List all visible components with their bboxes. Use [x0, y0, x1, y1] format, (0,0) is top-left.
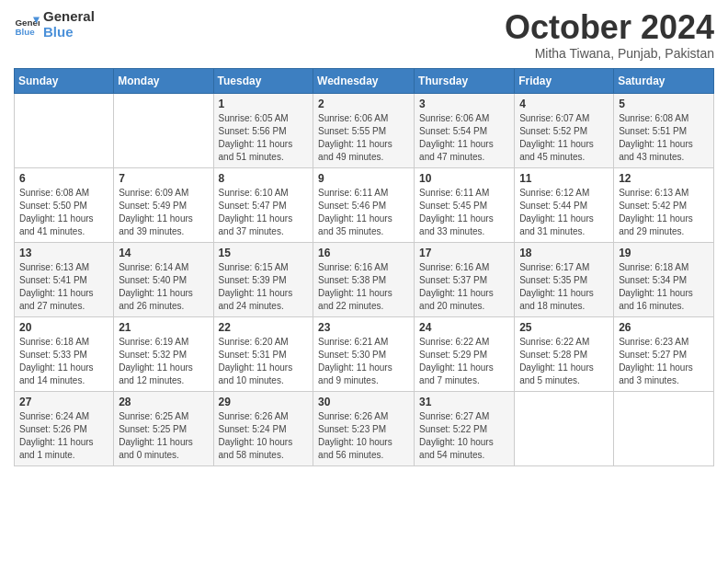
day-number: 7 [119, 172, 208, 185]
logo-general: General [43, 9, 95, 25]
calendar-cell: 26Sunrise: 6:23 AM Sunset: 5:27 PM Dayli… [614, 316, 714, 391]
calendar-week-1: 1Sunrise: 6:05 AM Sunset: 5:56 PM Daylig… [15, 93, 714, 167]
calendar-cell: 31Sunrise: 6:27 AM Sunset: 5:22 PM Dayli… [415, 391, 515, 465]
calendar-cell: 20Sunrise: 6:18 AM Sunset: 5:33 PM Dayli… [15, 316, 114, 391]
day-info: Sunrise: 6:22 AM Sunset: 5:28 PM Dayligh… [519, 336, 609, 387]
day-number: 2 [318, 98, 409, 110]
calendar-week-2: 6Sunrise: 6:08 AM Sunset: 5:50 PM Daylig… [15, 167, 714, 242]
logo-blue: Blue [43, 25, 95, 40]
day-number: 13 [19, 247, 108, 259]
calendar-cell [15, 93, 114, 167]
day-info: Sunrise: 6:20 AM Sunset: 5:31 PM Dayligh… [219, 336, 309, 387]
calendar-cell: 9Sunrise: 6:11 AM Sunset: 5:46 PM Daylig… [313, 167, 415, 242]
calendar-cell: 29Sunrise: 6:26 AM Sunset: 5:24 PM Dayli… [213, 391, 313, 465]
calendar-table: SundayMondayTuesdayWednesdayThursdayFrid… [14, 68, 714, 466]
header-tuesday: Tuesday [213, 68, 313, 93]
day-info: Sunrise: 6:25 AM Sunset: 5:25 PM Dayligh… [119, 410, 208, 462]
calendar-cell: 12Sunrise: 6:13 AM Sunset: 5:42 PM Dayli… [614, 167, 714, 242]
day-number: 29 [219, 396, 309, 408]
day-info: Sunrise: 6:06 AM Sunset: 5:55 PM Dayligh… [318, 112, 409, 164]
calendar-cell: 1Sunrise: 6:05 AM Sunset: 5:56 PM Daylig… [213, 93, 313, 167]
calendar-cell: 7Sunrise: 6:09 AM Sunset: 5:49 PM Daylig… [114, 167, 213, 242]
header-friday: Friday [515, 68, 614, 93]
day-info: Sunrise: 6:18 AM Sunset: 5:34 PM Dayligh… [619, 261, 709, 313]
day-number: 20 [19, 321, 108, 334]
day-info: Sunrise: 6:15 AM Sunset: 5:39 PM Dayligh… [219, 261, 309, 313]
calendar-cell: 4Sunrise: 6:07 AM Sunset: 5:52 PM Daylig… [515, 93, 614, 167]
calendar-cell [114, 93, 213, 167]
header-wednesday: Wednesday [313, 68, 415, 93]
day-number: 1 [219, 98, 309, 110]
day-info: Sunrise: 6:21 AM Sunset: 5:30 PM Dayligh… [318, 336, 409, 387]
day-info: Sunrise: 6:12 AM Sunset: 5:44 PM Dayligh… [519, 187, 609, 238]
calendar-cell: 11Sunrise: 6:12 AM Sunset: 5:44 PM Dayli… [515, 167, 614, 242]
calendar-cell: 2Sunrise: 6:06 AM Sunset: 5:55 PM Daylig… [313, 93, 415, 167]
calendar-cell: 25Sunrise: 6:22 AM Sunset: 5:28 PM Dayli… [515, 316, 614, 391]
day-info: Sunrise: 6:06 AM Sunset: 5:54 PM Dayligh… [419, 112, 509, 164]
day-number: 3 [419, 98, 509, 110]
day-info: Sunrise: 6:08 AM Sunset: 5:50 PM Dayligh… [19, 187, 108, 238]
month-title: October 2024 [505, 9, 714, 46]
day-number: 26 [619, 321, 709, 334]
calendar-cell: 28Sunrise: 6:25 AM Sunset: 5:25 PM Dayli… [114, 391, 213, 465]
day-info: Sunrise: 6:07 AM Sunset: 5:52 PM Dayligh… [519, 112, 609, 164]
calendar-cell: 16Sunrise: 6:16 AM Sunset: 5:38 PM Dayli… [313, 242, 415, 316]
logo-icon: General Blue [14, 12, 40, 38]
day-info: Sunrise: 6:24 AM Sunset: 5:26 PM Dayligh… [19, 410, 108, 462]
day-number: 28 [119, 396, 208, 408]
calendar-week-5: 27Sunrise: 6:24 AM Sunset: 5:26 PM Dayli… [15, 391, 714, 465]
calendar-cell: 6Sunrise: 6:08 AM Sunset: 5:50 PM Daylig… [15, 167, 114, 242]
calendar-cell: 17Sunrise: 6:16 AM Sunset: 5:37 PM Dayli… [415, 242, 515, 316]
calendar-header-row: SundayMondayTuesdayWednesdayThursdayFrid… [15, 68, 714, 93]
calendar-cell: 15Sunrise: 6:15 AM Sunset: 5:39 PM Dayli… [213, 242, 313, 316]
calendar-cell: 27Sunrise: 6:24 AM Sunset: 5:26 PM Dayli… [15, 391, 114, 465]
day-number: 27 [19, 396, 108, 408]
day-info: Sunrise: 6:23 AM Sunset: 5:27 PM Dayligh… [619, 336, 709, 387]
calendar-cell: 21Sunrise: 6:19 AM Sunset: 5:32 PM Dayli… [114, 316, 213, 391]
calendar-cell: 3Sunrise: 6:06 AM Sunset: 5:54 PM Daylig… [415, 93, 515, 167]
calendar-cell: 23Sunrise: 6:21 AM Sunset: 5:30 PM Dayli… [313, 316, 415, 391]
day-number: 8 [219, 172, 309, 185]
day-number: 4 [519, 98, 609, 110]
day-info: Sunrise: 6:08 AM Sunset: 5:51 PM Dayligh… [619, 112, 709, 164]
day-info: Sunrise: 6:22 AM Sunset: 5:29 PM Dayligh… [419, 336, 509, 387]
calendar-cell: 19Sunrise: 6:18 AM Sunset: 5:34 PM Dayli… [614, 242, 714, 316]
header-monday: Monday [114, 68, 213, 93]
header-thursday: Thursday [415, 68, 515, 93]
calendar-cell: 13Sunrise: 6:13 AM Sunset: 5:41 PM Dayli… [15, 242, 114, 316]
calendar-cell: 18Sunrise: 6:17 AM Sunset: 5:35 PM Dayli… [515, 242, 614, 316]
day-number: 23 [318, 321, 409, 334]
day-info: Sunrise: 6:19 AM Sunset: 5:32 PM Dayligh… [119, 336, 208, 387]
day-number: 16 [318, 247, 409, 259]
title-block: October 2024 Mitha Tiwana, Punjab, Pakis… [505, 9, 714, 61]
day-number: 5 [619, 98, 709, 110]
calendar-cell [515, 391, 614, 465]
day-number: 9 [318, 172, 409, 185]
day-info: Sunrise: 6:10 AM Sunset: 5:47 PM Dayligh… [219, 187, 309, 238]
day-number: 21 [119, 321, 208, 334]
location-subtitle: Mitha Tiwana, Punjab, Pakistan [505, 46, 714, 61]
calendar-cell: 30Sunrise: 6:26 AM Sunset: 5:23 PM Dayli… [313, 391, 415, 465]
day-number: 19 [619, 247, 709, 259]
logo: General Blue General Blue [14, 9, 95, 40]
day-number: 17 [419, 247, 509, 259]
day-info: Sunrise: 6:13 AM Sunset: 5:41 PM Dayligh… [19, 261, 108, 313]
calendar-cell: 10Sunrise: 6:11 AM Sunset: 5:45 PM Dayli… [415, 167, 515, 242]
day-info: Sunrise: 6:26 AM Sunset: 5:24 PM Dayligh… [219, 410, 309, 462]
day-number: 10 [419, 172, 509, 185]
day-info: Sunrise: 6:05 AM Sunset: 5:56 PM Dayligh… [219, 112, 309, 164]
day-info: Sunrise: 6:09 AM Sunset: 5:49 PM Dayligh… [119, 187, 208, 238]
day-number: 18 [519, 247, 609, 259]
day-info: Sunrise: 6:13 AM Sunset: 5:42 PM Dayligh… [619, 187, 709, 238]
day-info: Sunrise: 6:11 AM Sunset: 5:46 PM Dayligh… [318, 187, 409, 238]
calendar-week-3: 13Sunrise: 6:13 AM Sunset: 5:41 PM Dayli… [15, 242, 714, 316]
calendar-cell: 22Sunrise: 6:20 AM Sunset: 5:31 PM Dayli… [213, 316, 313, 391]
svg-text:Blue: Blue [15, 27, 35, 37]
day-info: Sunrise: 6:16 AM Sunset: 5:37 PM Dayligh… [419, 261, 509, 313]
day-number: 24 [419, 321, 509, 334]
day-number: 12 [619, 172, 709, 185]
day-number: 30 [318, 396, 409, 408]
day-number: 22 [219, 321, 309, 334]
day-number: 25 [519, 321, 609, 334]
day-number: 15 [219, 247, 309, 259]
